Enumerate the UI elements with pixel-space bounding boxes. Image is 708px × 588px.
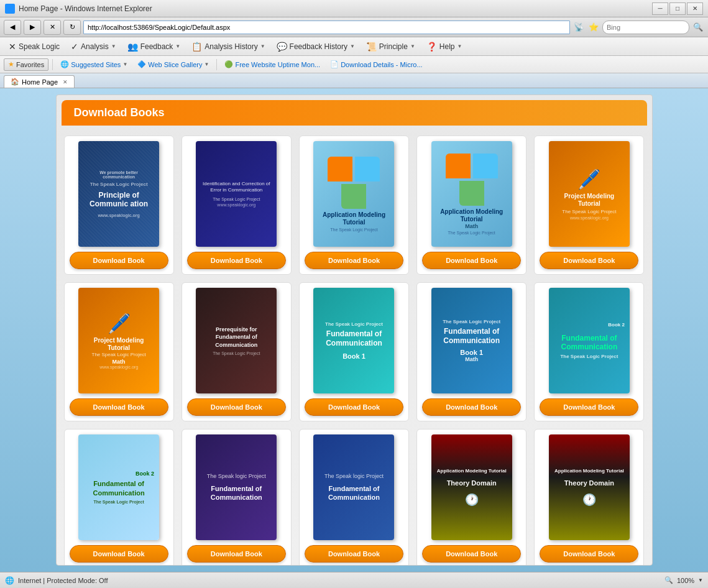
favorites-button[interactable]: ★ Favorites (4, 58, 48, 71)
address-input[interactable] (83, 21, 570, 34)
book13-header: The Speak logic Project (324, 473, 384, 480)
book-card-4: Application Modeling Tutorial Math The S… (416, 136, 526, 275)
feedback-icon: 👥 (127, 42, 138, 52)
uptime-link[interactable]: 🟢 Free Website Uptime Mon... (221, 58, 324, 71)
nav-speak-logic[interactable]: ✕ Speak Logic (4, 39, 65, 54)
download-btn-5[interactable]: Download Book (540, 252, 638, 269)
download-btn-6[interactable]: Download Book (70, 398, 168, 416)
feedback-history-arrow: ▼ (350, 44, 355, 49)
nav-analysis-history-label: Analysis History (205, 42, 257, 51)
book11-title: Fundamental of Communication (83, 479, 154, 497)
book-cover-10: Book 2 Fundamental of Communication The … (549, 288, 630, 393)
web-slice-link[interactable]: 🔷 Web Slice Gallery ▼ (134, 58, 213, 71)
book-card-2: Identification and Correction of Error i… (182, 136, 292, 275)
status-zoom-icon: 🔍 (664, 576, 673, 584)
download-btn-7[interactable]: Download Book (187, 398, 286, 416)
download-btn-10[interactable]: Download Book (540, 398, 638, 416)
help-icon: ❓ (426, 42, 437, 52)
webslice-arrow: ▼ (205, 62, 209, 67)
book13-title: Fundamental of Communication (318, 484, 389, 502)
zoom-arrow[interactable]: ▼ (698, 577, 703, 583)
download-btn-1[interactable]: Download Book (70, 252, 168, 269)
favorites-icon[interactable]: ⭐ (587, 21, 600, 34)
book3-project: The Speak Logic Project (330, 227, 377, 232)
nav-speak-logic-label: Speak Logic (19, 42, 60, 51)
book-card-10: Book 2 Fundamental of Communication The … (534, 282, 644, 421)
download-btn-2[interactable]: Download Book (187, 252, 286, 269)
book10-book2-badge: Book 2 (608, 322, 625, 328)
book-cover-12: The Speak logic Project Fundamental of C… (196, 434, 277, 540)
book-cover-13: The Speak logic Project Fundamental of C… (313, 434, 394, 540)
nav-feedback[interactable]: 👥 Feedback ▼ (122, 39, 186, 54)
download-btn-8[interactable]: Download Book (305, 398, 403, 416)
nav-principle[interactable]: 📜 Principle ▼ (361, 39, 420, 54)
analysis-history-icon: 📋 (191, 42, 202, 52)
download-btn-11[interactable]: Download Book (70, 545, 168, 563)
download-btn-4[interactable]: Download Book (422, 252, 521, 269)
page-container: Download Books We promote better communi… (56, 94, 653, 566)
uptime-label: Free Website Uptime Mon... (235, 61, 320, 68)
webslice-icon: 🔷 (137, 60, 146, 68)
book-card-3: Application Modeling Tutorial The Speak … (299, 136, 409, 275)
puzzle4-blue (473, 154, 498, 178)
book15-title: Theory Domain (564, 479, 614, 487)
book9-header: The Speak Logic Project (443, 319, 500, 324)
nav-help[interactable]: ❓ Help ▼ (421, 39, 467, 54)
download-btn-3[interactable]: Download Book (305, 252, 403, 269)
puzzle-orange (328, 157, 352, 181)
download-details-label: Download Details - Micro... (341, 61, 422, 68)
refresh-button[interactable]: ↻ (63, 20, 81, 35)
download-link[interactable]: 📄 Download Details - Micro... (326, 58, 426, 71)
book-cover-14: Application Modeling Tutorial Theory Dom… (431, 434, 512, 540)
download-btn-15[interactable]: Download Book (540, 545, 638, 563)
book-card-15: Application Modeling Tutorial Theory Dom… (534, 429, 644, 566)
book4-math: Math (465, 223, 478, 229)
book5-url: www.speaklogic.org (570, 216, 609, 220)
book10-title: Fundamental of Communication (554, 334, 625, 352)
stop-button[interactable]: ✕ (44, 20, 61, 35)
close-button[interactable]: ✕ (687, 2, 703, 15)
favorites-label: Favorites (16, 61, 44, 68)
book6-url: www.speaklogic.org (99, 365, 138, 369)
book-cover-5: 🖊️ Project Modeling Tutorial The Speak L… (549, 141, 630, 247)
help-arrow: ▼ (457, 44, 462, 49)
analysis-history-arrow: ▼ (260, 44, 265, 49)
status-left: 🌐 Internet | Protected Mode: Off (5, 576, 108, 585)
download-btn-12[interactable]: Download Book (187, 545, 286, 563)
book11-badge: Book 2 (136, 471, 154, 477)
feedback-history-icon: 💬 (277, 42, 287, 52)
web-slice-label: Web Slice Gallery (148, 61, 202, 68)
star-icon: ★ (8, 60, 14, 68)
tab-close-icon[interactable]: ✕ (63, 79, 68, 85)
book-card-8: The Speak Logic Project Fundamental of C… (299, 282, 409, 421)
download-btn-13[interactable]: Download Book (305, 545, 403, 563)
book1-tagline: We promote better communication (83, 170, 154, 179)
window-controls[interactable]: ─ □ ✕ (652, 2, 703, 15)
back-button[interactable]: ◀ (4, 20, 21, 35)
search-input[interactable] (602, 21, 689, 34)
maximize-button[interactable]: □ (669, 2, 686, 15)
nav-feedback-history[interactable]: 💬 Feedback History ▼ (272, 39, 360, 54)
title-bar: Home Page - Windows Internet Explorer ─ … (0, 0, 708, 17)
book-card-11: Book 2 Fundamental of Communication The … (64, 429, 174, 566)
nav-analysis-label: Analysis (81, 42, 109, 51)
home-tab[interactable]: 🏠 Home Page ✕ (4, 75, 75, 88)
uptime-icon: 🟢 (224, 60, 233, 68)
book1-url: www.speaklogic.org (98, 213, 139, 218)
nav-analysis[interactable]: ✓ Analysis ▼ (66, 39, 121, 54)
minimize-button[interactable]: ─ (652, 2, 668, 15)
book2-url: www.speaklogic.org (217, 203, 255, 207)
rss-icon[interactable]: 📡 (572, 21, 585, 34)
download-details-icon: 📄 (330, 60, 339, 68)
book14-title: Theory Domain (447, 479, 497, 487)
book-card-5: 🖊️ Project Modeling Tutorial The Speak L… (534, 136, 644, 275)
window-title: Home Page - Windows Internet Explorer (19, 4, 152, 13)
download-btn-14[interactable]: Download Book (422, 545, 521, 563)
forward-button[interactable]: ▶ (24, 20, 41, 35)
download-btn-9[interactable]: Download Book (422, 398, 521, 416)
nav-analysis-history[interactable]: 📋 Analysis History ▼ (186, 39, 270, 54)
tab-bar: 🏠 Home Page ✕ (0, 73, 708, 88)
search-button[interactable]: 🔍 (692, 21, 704, 34)
suggested-sites-link[interactable]: 🌐 Suggested Sites ▼ (57, 58, 131, 71)
book10-project: The Speak Logic Project (560, 354, 618, 359)
